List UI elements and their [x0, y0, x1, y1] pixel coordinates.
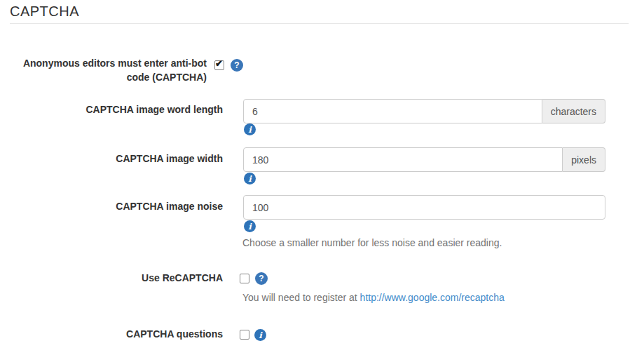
word-length-input[interactable] — [243, 99, 542, 123]
info-icon[interactable]: i — [244, 220, 256, 232]
image-noise-label: CAPTCHA image noise — [10, 201, 223, 212]
info-icon[interactable]: i — [254, 329, 266, 341]
page-title: CAPTCHA — [10, 4, 629, 19]
help-icon[interactable]: ? — [231, 59, 243, 72]
recaptcha-register-link[interactable]: http://www.google.com/recaptcha — [360, 292, 505, 303]
image-width-label: CAPTCHA image width — [10, 153, 223, 164]
captcha-settings-page: CAPTCHA Anonymous editors must enter ant… — [0, 0, 644, 355]
recaptcha-description-text: You will need to register at — [242, 292, 360, 303]
use-recaptcha-label: Use ReCAPTCHA — [10, 272, 223, 283]
image-noise-input[interactable] — [243, 195, 605, 220]
anonymous-captcha-checkbox[interactable] — [214, 60, 224, 70]
image-noise-description: Choose a smaller number for less noise a… — [242, 237, 502, 248]
info-icon[interactable]: i — [244, 173, 256, 185]
use-recaptcha-description: You will need to register at http://www.… — [242, 292, 505, 303]
section-header: CAPTCHA — [10, 4, 629, 24]
word-length-input-group: characters — [243, 99, 605, 123]
help-icon[interactable]: ? — [255, 272, 268, 285]
use-recaptcha-checkbox[interactable] — [240, 274, 249, 283]
pixels-addon: pixels — [563, 147, 605, 172]
image-width-input-group: pixels — [243, 147, 605, 172]
image-width-input[interactable] — [243, 147, 563, 172]
image-noise-input-group — [243, 195, 605, 220]
word-length-label: CAPTCHA image word length — [10, 104, 223, 115]
anonymous-captcha-label: Anonymous editors must enter anti-bot co… — [10, 56, 207, 84]
characters-addon: characters — [542, 99, 605, 123]
info-icon[interactable]: i — [244, 123, 256, 135]
captcha-questions-checkbox[interactable] — [240, 330, 249, 340]
captcha-questions-label: CAPTCHA questions — [10, 328, 223, 340]
